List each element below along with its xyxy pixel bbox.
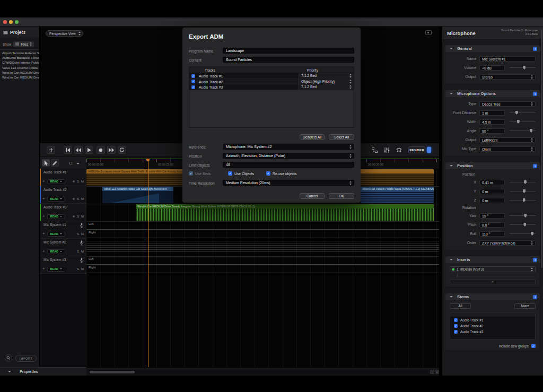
pointer-tool-button[interactable] bbox=[42, 159, 50, 167]
program-name-input[interactable]: Landscape bbox=[223, 48, 354, 54]
audio-clip-auction-walla[interactable]: uction Hall Raised People Walla [ATMOS 7… bbox=[361, 187, 434, 203]
info-icon[interactable] bbox=[533, 258, 537, 262]
z-slider[interactable] bbox=[510, 200, 536, 201]
mute-button[interactable]: M bbox=[81, 250, 84, 253]
table-row[interactable]: Audio Track #2 Object (High Priority) bbox=[189, 79, 354, 85]
content-input[interactable]: Sound Particles bbox=[223, 57, 354, 63]
mixer-icon[interactable] bbox=[384, 147, 390, 153]
play-button[interactable] bbox=[85, 146, 93, 154]
file-list-item[interactable]: Wind in Car MEDIUM Drive bbox=[0, 75, 39, 80]
automation-mode-dropdown[interactable]: READ bbox=[47, 179, 65, 184]
volume-slider[interactable] bbox=[510, 67, 536, 68]
angle-field[interactable]: 90 ° bbox=[479, 128, 505, 134]
volume-field[interactable]: +0 dB bbox=[479, 65, 505, 71]
zoom-in-button[interactable]: + bbox=[435, 370, 439, 374]
y-field[interactable]: 0 m bbox=[479, 189, 505, 194]
track-add-button[interactable]: + bbox=[42, 197, 45, 201]
solo-button[interactable]: S bbox=[77, 250, 79, 253]
record-arm-button[interactable] bbox=[73, 180, 75, 182]
type-dropdown[interactable]: Decca Tree bbox=[479, 101, 536, 107]
limit-objects-input[interactable]: 48 bbox=[223, 162, 354, 168]
stem-checkbox[interactable] bbox=[454, 318, 458, 322]
mute-button[interactable]: M bbox=[81, 197, 84, 201]
slider-knob[interactable] bbox=[523, 223, 526, 227]
window-minimize-button[interactable] bbox=[9, 20, 13, 24]
record-arm-button[interactable] bbox=[73, 215, 75, 217]
add-insert-button[interactable]: + bbox=[450, 279, 536, 284]
yaw-field[interactable]: 19 ° bbox=[479, 213, 505, 219]
select-all-button[interactable]: Select All bbox=[329, 134, 354, 140]
track-header-audio-2[interactable]: Audio Track #2 + READ S M bbox=[40, 186, 86, 204]
scrollbar-thumb[interactable] bbox=[90, 371, 135, 373]
file-list-item[interactable]: CRWDQuiet Interior Public A bbox=[0, 60, 39, 65]
reference-dropdown[interactable]: Microphone: Mic System #2 bbox=[223, 144, 354, 150]
horizontal-scrollbar[interactable] bbox=[88, 370, 428, 374]
slider-knob[interactable] bbox=[523, 66, 526, 69]
plugin-active-indicator[interactable] bbox=[452, 268, 454, 271]
mute-button[interactable]: M bbox=[81, 215, 84, 218]
mute-button[interactable]: M bbox=[81, 232, 84, 236]
table-row[interactable]: Audio Track #1 7.1.2 Bed bbox=[189, 73, 354, 79]
automation-mode-dropdown[interactable]: READ bbox=[47, 267, 65, 272]
track-header-audio-1[interactable]: Audio Track #1 + READ S M bbox=[40, 169, 86, 186]
track-add-button[interactable]: + bbox=[42, 214, 45, 219]
record-arm-button[interactable] bbox=[73, 198, 75, 200]
track-checkbox[interactable] bbox=[191, 80, 195, 83]
window-zoom-button[interactable] bbox=[15, 20, 19, 24]
solo-button[interactable]: S bbox=[77, 180, 79, 183]
loop-button[interactable] bbox=[118, 146, 126, 154]
slider-knob[interactable] bbox=[524, 214, 527, 217]
section-general-header[interactable]: General bbox=[445, 45, 540, 52]
slider-knob[interactable] bbox=[517, 120, 520, 124]
table-row[interactable]: Audio Track #3 7.1.2 Bed bbox=[189, 84, 354, 90]
add-track-button[interactable] bbox=[47, 146, 55, 154]
include-new-groups-checkbox[interactable] bbox=[531, 344, 536, 348]
section-inserts-header[interactable]: Inserts bbox=[445, 256, 540, 263]
solo-button[interactable]: S bbox=[77, 267, 79, 271]
front-distance-field[interactable]: 1 m bbox=[479, 110, 505, 116]
slider-knob[interactable] bbox=[523, 189, 526, 193]
track-checkbox[interactable] bbox=[191, 74, 195, 78]
info-icon[interactable] bbox=[533, 92, 537, 96]
viewport-snapshot-icon[interactable] bbox=[425, 30, 432, 35]
chevron-down-icon[interactable] bbox=[76, 163, 80, 164]
use-objects-checkbox-row[interactable]: Use Objects bbox=[228, 171, 254, 176]
solo-button[interactable]: S bbox=[77, 197, 79, 201]
output-dropdown[interactable]: Stereo bbox=[479, 74, 536, 80]
automation-mode-dropdown[interactable]: READ bbox=[47, 197, 65, 202]
section-position-header[interactable]: Position bbox=[445, 162, 540, 169]
pitch-field[interactable]: 8.8 ° bbox=[479, 222, 505, 228]
automation-mode-dropdown[interactable]: READ bbox=[47, 249, 65, 254]
yaw-slider[interactable] bbox=[510, 215, 536, 216]
order-dropdown[interactable]: ZXY (Yaw/Pitch/Roll) bbox=[479, 240, 536, 246]
roll-slider[interactable] bbox=[510, 233, 536, 234]
slider-knob[interactable] bbox=[531, 232, 533, 236]
stem-row[interactable]: Audio Track #2 bbox=[450, 323, 535, 329]
use-beds-checkbox[interactable] bbox=[189, 171, 193, 176]
reuse-objects-checkbox-row[interactable]: Re-use objects bbox=[266, 171, 296, 176]
panel-scrollbar-thumb[interactable] bbox=[541, 29, 542, 268]
track-add-button[interactable]: + bbox=[42, 179, 45, 184]
rewind-button[interactable] bbox=[74, 146, 83, 154]
stems-all-button[interactable]: All bbox=[450, 303, 471, 309]
pitch-slider[interactable] bbox=[510, 224, 536, 225]
playhead-line[interactable] bbox=[148, 159, 148, 367]
render-button[interactable]: RENDER bbox=[408, 146, 425, 153]
insert-slot-1[interactable]: 1. inDelay (VST3) bbox=[450, 266, 536, 272]
info-icon[interactable] bbox=[533, 164, 537, 168]
file-list-item[interactable]: Wind in Car MEDIUM Drive bbox=[0, 71, 39, 75]
solo-button[interactable]: S bbox=[77, 215, 79, 218]
file-list-item[interactable]: Airport Terminal Exterior S1 bbox=[0, 51, 39, 56]
zoom-out-button[interactable]: - bbox=[430, 370, 434, 374]
track-header-mic-1[interactable]: Mic System #1 + READ S M bbox=[40, 221, 86, 239]
view-mode-dropdown[interactable]: Perspective View bbox=[46, 30, 83, 37]
audio-clip-volvo[interactable]: Volvo 122 Amazon Police Car Seat Light M… bbox=[102, 187, 173, 203]
y-slider[interactable] bbox=[510, 191, 536, 191]
automation-mode-dropdown[interactable]: READ bbox=[47, 232, 65, 237]
cancel-button[interactable]: Cancel bbox=[300, 193, 325, 199]
deselect-all-button[interactable]: Deselect All bbox=[300, 134, 325, 140]
slider-knob[interactable] bbox=[530, 129, 532, 133]
info-icon[interactable] bbox=[533, 47, 537, 51]
import-button[interactable]: IMPORT bbox=[15, 355, 37, 362]
track-header-mic-3[interactable]: Mic System #3 + READ S M bbox=[40, 256, 86, 274]
